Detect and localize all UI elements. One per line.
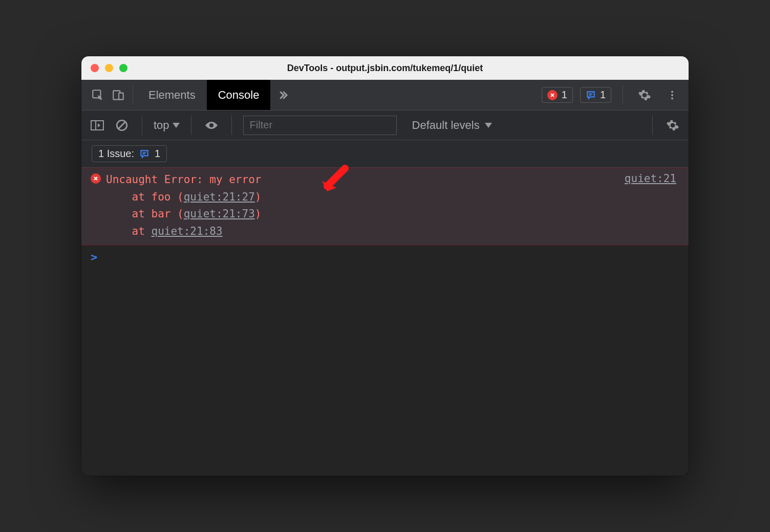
context-label: top — [154, 119, 169, 132]
error-count: 1 — [562, 89, 567, 101]
error-text: Uncaught Error: my error at foo (quiet:2… — [106, 171, 261, 240]
separator — [133, 85, 133, 105]
error-headline: Uncaught Error: my error — [106, 171, 261, 189]
clear-console-icon[interactable] — [113, 117, 131, 134]
window-title: DevTools - output.jsbin.com/tukemeq/1/qu… — [81, 63, 689, 74]
tab-elements[interactable]: Elements — [137, 80, 207, 110]
separator — [191, 116, 191, 135]
stack-frame: at bar (quiet:21:73) — [106, 206, 261, 223]
svg-rect-6 — [91, 121, 103, 130]
levels-label: Default levels — [412, 119, 480, 132]
error-icon — [547, 90, 558, 100]
source-link[interactable]: quiet:21:27 — [184, 191, 255, 203]
svg-point-3 — [671, 91, 673, 93]
execution-context-selector[interactable]: top — [154, 119, 180, 132]
console-prompt-row[interactable]: > — [81, 246, 689, 269]
panel-tabbar: Elements Console 1 1 — [81, 80, 689, 110]
devtools-window: DevTools - output.jsbin.com/tukemeq/1/qu… — [81, 56, 689, 476]
error-message-row: Uncaught Error: my error at foo (quiet:2… — [81, 168, 689, 246]
issues-count: 1 — [600, 89, 606, 101]
toggle-sidebar-icon[interactable] — [89, 117, 106, 134]
stack-frame: at foo (quiet:21:27) — [106, 189, 261, 206]
chevron-down-icon — [485, 123, 492, 128]
issues-prefix: 1 Issue: — [98, 148, 134, 160]
console-toolbar: top Default levels — [81, 110, 689, 140]
issues-bar: 1 Issue: 1 — [81, 140, 689, 168]
prompt-icon: > — [91, 251, 97, 263]
source-link-right[interactable]: quiet:21 — [625, 172, 676, 185]
separator — [623, 85, 623, 105]
annotation-arrow-icon — [317, 163, 353, 199]
more-tabs-icon[interactable] — [270, 85, 296, 105]
issue-icon — [139, 149, 149, 159]
settings-icon[interactable] — [634, 85, 655, 105]
tab-label: Console — [218, 88, 260, 102]
minimize-window-button[interactable] — [105, 64, 113, 72]
kebab-menu-icon[interactable] — [662, 85, 682, 105]
console-body: Uncaught Error: my error at foo (quiet:2… — [81, 168, 689, 476]
device-toolbar-icon[interactable] — [108, 85, 129, 105]
error-badge-icon — [91, 173, 101, 184]
separator — [142, 116, 142, 135]
error-count-badge[interactable]: 1 — [542, 87, 573, 103]
svg-point-4 — [671, 94, 673, 96]
chevron-down-icon — [173, 123, 180, 128]
inspect-element-icon[interactable] — [88, 85, 108, 105]
tab-console[interactable]: Console — [207, 80, 271, 110]
source-link[interactable]: quiet:21:83 — [152, 225, 223, 237]
issue-icon — [586, 90, 596, 100]
filter-input[interactable] — [243, 116, 397, 135]
close-window-button[interactable] — [91, 64, 99, 72]
source-link[interactable]: quiet:21:73 — [184, 208, 255, 220]
live-expression-icon[interactable] — [203, 117, 220, 134]
zoom-window-button[interactable] — [119, 64, 127, 72]
tab-label: Elements — [148, 88, 196, 102]
stack-frame: at quiet:21:83 — [106, 223, 261, 240]
svg-rect-2 — [119, 93, 123, 99]
log-levels-selector[interactable]: Default levels — [412, 119, 492, 132]
separator — [652, 116, 653, 135]
svg-point-5 — [671, 97, 673, 99]
issues-pill[interactable]: 1 Issue: 1 — [92, 145, 167, 162]
separator — [231, 116, 232, 135]
traffic-lights — [91, 64, 127, 72]
issues-pill-count: 1 — [155, 148, 160, 160]
titlebar: DevTools - output.jsbin.com/tukemeq/1/qu… — [81, 56, 689, 80]
console-settings-icon[interactable] — [664, 117, 681, 134]
issues-count-badge[interactable]: 1 — [580, 87, 611, 103]
svg-line-9 — [119, 122, 125, 128]
